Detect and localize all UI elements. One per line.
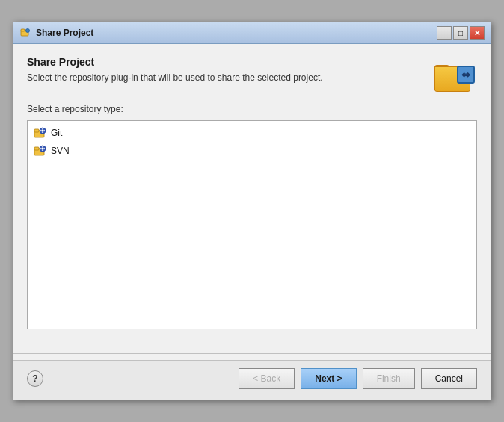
minimize-button[interactable]: — (437, 26, 452, 40)
svg-rect-7 (42, 128, 43, 130)
window-icon (19, 27, 31, 39)
title-bar-left: Share Project (19, 27, 93, 39)
svg-rect-16 (42, 150, 43, 152)
help-button[interactable]: ? (27, 370, 43, 387)
arrow-overlay: ⇔ (457, 66, 475, 84)
list-item[interactable]: Git (31, 124, 473, 142)
title-bar-buttons: — □ ✕ (437, 26, 485, 40)
svg-rect-18 (44, 148, 46, 149)
footer: ? < Back Next > Finish Cancel (13, 360, 491, 400)
svg-point-6 (42, 130, 44, 132)
svg-point-14 (42, 148, 44, 150)
cancel-button[interactable]: Cancel (421, 368, 477, 389)
header-icon: ⇔ (432, 56, 477, 93)
header-description: Select the repository plug-in that will … (27, 72, 423, 83)
share-project-window: Share Project — □ ✕ Share Project Select… (13, 22, 491, 400)
maximize-button[interactable]: □ (453, 26, 468, 40)
next-button[interactable]: Next > (301, 368, 356, 389)
svg-rect-17 (40, 148, 42, 149)
svg-point-2 (26, 29, 30, 33)
footer-left: ? (27, 370, 43, 387)
git-icon (34, 127, 46, 139)
back-button[interactable]: < Back (239, 368, 295, 389)
divider (13, 353, 491, 354)
page-title: Share Project (27, 56, 423, 68)
list-item[interactable]: SVN (31, 142, 473, 160)
footer-buttons: < Back Next > Finish Cancel (239, 368, 477, 389)
svg-rect-1 (21, 29, 25, 31)
window-title: Share Project (36, 28, 93, 38)
svg-rect-10 (44, 130, 46, 131)
repo-list-box[interactable]: Git (27, 120, 477, 329)
svg-rect-8 (42, 132, 43, 134)
git-label: Git (51, 128, 62, 138)
repo-section-label: Select a repository type: (27, 104, 477, 114)
header-section: Share Project Select the repository plug… (27, 56, 477, 93)
finish-button[interactable]: Finish (363, 368, 415, 389)
title-bar: Share Project — □ ✕ (13, 22, 491, 44)
close-button[interactable]: ✕ (470, 26, 485, 40)
svg-rect-15 (42, 146, 43, 148)
header-text: Share Project Select the repository plug… (27, 56, 423, 83)
svg-rect-4 (34, 129, 39, 132)
svn-label: SVN (51, 146, 70, 156)
svg-rect-12 (34, 147, 39, 150)
svn-icon (34, 145, 46, 157)
svg-rect-9 (40, 130, 42, 131)
repo-section: Select a repository type: (27, 104, 477, 329)
folder-arrow-graphic: ⇔ (434, 58, 475, 92)
content-area: Share Project Select the repository plug… (13, 44, 491, 347)
